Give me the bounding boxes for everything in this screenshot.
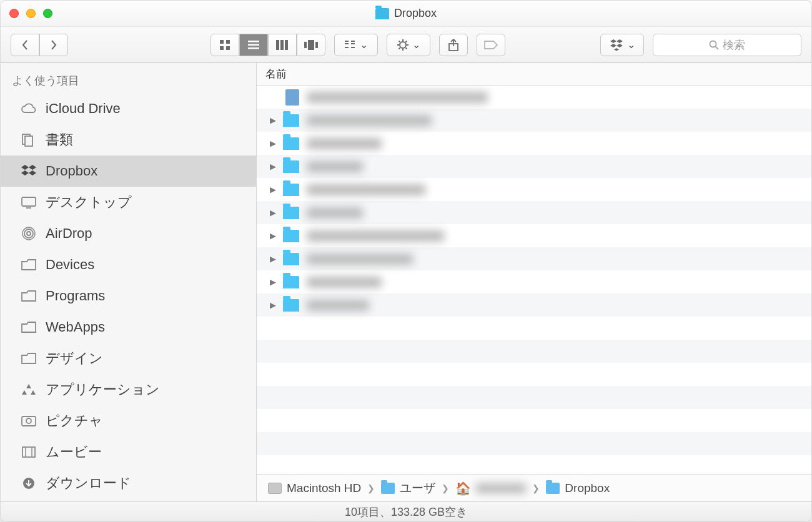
item-name-blurred: [307, 92, 488, 103]
arrange-button[interactable]: ⌄: [334, 34, 378, 56]
sidebar-item-label: AirDrop: [46, 225, 92, 242]
item-name-blurred: [307, 254, 413, 265]
list-item[interactable]: ▶: [257, 178, 811, 201]
share-button[interactable]: [439, 34, 468, 56]
breadcrumb[interactable]: Dropbox: [546, 481, 610, 495]
list-item[interactable]: ▶: [257, 293, 811, 317]
sidebar-item-icloud-drive[interactable]: iCloud Drive: [1, 93, 256, 124]
breadcrumb[interactable]: ユーザ: [381, 480, 435, 496]
search-placeholder: 検索: [723, 37, 745, 52]
sidebar-item-label: ムービー: [46, 443, 102, 461]
search-input[interactable]: 検索: [653, 34, 801, 56]
disclosure-triangle-icon[interactable]: ▶: [267, 254, 279, 263]
disclosure-triangle-icon[interactable]: ▶: [267, 185, 279, 194]
folder-icon: [283, 276, 299, 288]
sidebar: よく使う項目 iCloud Drive書類DropboxデスクトップAirDro…: [1, 63, 257, 501]
list-item[interactable]: ▶: [257, 109, 811, 132]
column-header-name[interactable]: 名前: [257, 63, 811, 86]
svg-rect-8: [280, 40, 284, 50]
disclosure-triangle-icon[interactable]: ▶: [267, 162, 279, 171]
dropbox-menu-button[interactable]: ⌄: [600, 34, 644, 56]
sidebar-item-programs[interactable]: Programs: [1, 280, 256, 312]
disclosure-triangle-icon[interactable]: ▶: [267, 277, 279, 287]
disclosure-triangle-icon[interactable]: ▶: [267, 208, 279, 217]
movies-icon: [19, 445, 38, 459]
sidebar-item-アプリケーション[interactable]: アプリケーション: [1, 374, 256, 405]
breadcrumb-label: Dropbox: [565, 481, 610, 495]
list-item[interactable]: ▶: [257, 270, 811, 293]
arrange-group: ⌄: [334, 34, 378, 56]
list-item[interactable]: ▶: [257, 201, 811, 224]
empty-row: [257, 455, 811, 474]
list-item[interactable]: ▶: [257, 155, 811, 178]
window-title-text: Dropbox: [394, 7, 437, 20]
sidebar-item-label: iCloud Drive: [46, 101, 121, 117]
item-name-blurred: [307, 300, 369, 311]
sidebar-item-webapps[interactable]: WebApps: [1, 312, 256, 343]
folder-icon: [283, 114, 299, 127]
hdd-icon: [268, 483, 282, 494]
folder-icon: [283, 160, 299, 173]
icon-view-button[interactable]: [210, 34, 239, 56]
back-button[interactable]: [11, 34, 39, 56]
dropbox-folder-icon: [375, 8, 389, 19]
sidebar-item-label: Dropbox: [46, 163, 97, 179]
chevron-right-icon: ❯: [532, 483, 540, 493]
breadcrumb-label-blurred: [476, 483, 526, 493]
column-view-button[interactable]: [268, 34, 297, 56]
tags-button[interactable]: [477, 34, 505, 56]
item-name-blurred: [307, 230, 444, 242]
home-icon: 🏠: [455, 481, 471, 496]
airdrop-icon: [19, 227, 38, 240]
status-text: 10項目、133.28 GB空き: [345, 505, 467, 520]
disclosure-triangle-icon[interactable]: ▶: [267, 300, 279, 310]
action-button[interactable]: ⌄: [387, 34, 430, 56]
downloads-icon: [19, 476, 38, 490]
disclosure-triangle-icon[interactable]: ▶: [267, 139, 279, 148]
list-item[interactable]: ▶: [257, 132, 811, 155]
sidebar-item-デスクトップ[interactable]: デスクトップ: [1, 187, 256, 218]
list-item[interactable]: [257, 86, 811, 109]
list-item[interactable]: ▶: [257, 247, 811, 270]
sidebar-item-label: 書類: [46, 130, 73, 149]
sidebar-item-airdrop[interactable]: AirDrop: [1, 218, 256, 249]
list-item[interactable]: ▶: [257, 224, 811, 247]
users-folder-icon: [381, 483, 395, 494]
svg-rect-32: [25, 136, 32, 146]
apps-icon: [19, 383, 38, 396]
svg-point-19: [400, 42, 406, 48]
svg-line-30: [716, 46, 719, 49]
sidebar-item-devices[interactable]: Devices: [1, 249, 256, 280]
breadcrumb[interactable]: 🏠: [455, 481, 526, 496]
sidebar-item-label: ダウンロード: [46, 474, 131, 493]
svg-rect-7: [276, 40, 279, 50]
item-name-blurred: [307, 184, 425, 195]
sidebar-item-label: WebApps: [46, 319, 105, 335]
list-view-button[interactable]: [239, 34, 268, 56]
sidebar-item-ムービー[interactable]: ムービー: [1, 436, 256, 468]
forward-button[interactable]: [39, 34, 68, 56]
sidebar-item-デザイン[interactable]: デザイン: [1, 343, 256, 374]
svg-rect-17: [345, 47, 349, 48]
svg-point-35: [27, 232, 31, 235]
disclosure-triangle-icon[interactable]: ▶: [267, 116, 279, 125]
item-name-blurred: [307, 277, 382, 288]
breadcrumb[interactable]: Macintosh HD: [268, 481, 361, 495]
item-name-blurred: [307, 161, 363, 172]
svg-point-39: [26, 418, 31, 423]
sidebar-item-dropbox[interactable]: Dropbox: [1, 155, 256, 187]
svg-line-26: [399, 47, 400, 49]
svg-rect-11: [308, 40, 314, 50]
coverflow-view-button[interactable]: [297, 34, 325, 56]
svg-rect-6: [248, 47, 259, 49]
sidebar-item-書類[interactable]: 書類: [1, 124, 256, 155]
body: よく使う項目 iCloud Drive書類DropboxデスクトップAirDro…: [1, 63, 811, 501]
folder-icon: [19, 320, 38, 334]
desktop-icon: [19, 195, 38, 209]
dropbox-icon: [19, 164, 38, 178]
folder-icon: [19, 258, 38, 272]
sidebar-item-ピクチャ[interactable]: ピクチャ: [1, 405, 256, 436]
sidebar-item-ダウンロード[interactable]: ダウンロード: [1, 468, 256, 499]
disclosure-triangle-icon[interactable]: ▶: [267, 231, 279, 240]
sidebar-section-title: よく使う項目: [1, 69, 256, 93]
